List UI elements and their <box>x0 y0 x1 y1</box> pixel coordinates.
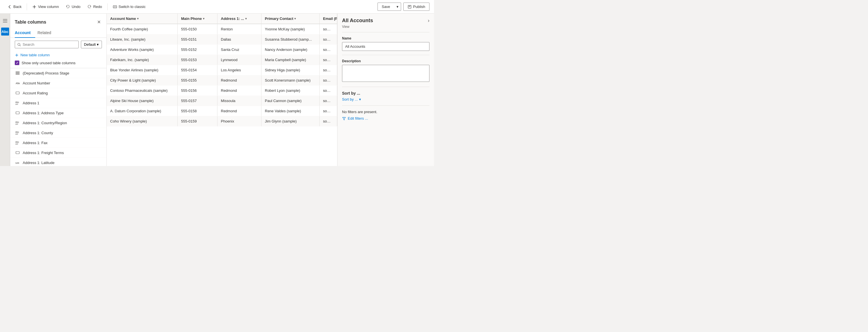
table-cell: Contoso Pharmaceuticals (sample) <box>107 86 178 95</box>
table-cell: Santa Cruz <box>217 45 261 55</box>
sort-dropdown[interactable]: Sort by ... ▾ <box>338 95 434 103</box>
view-column-button[interactable]: View column <box>29 3 62 11</box>
table-cell: Maria Campbell (sample) <box>261 55 320 65</box>
name-input[interactable] <box>342 42 430 51</box>
list-item[interactable]: Abcdef Address 1: County <box>10 128 106 138</box>
sort-label: Sort by ... <box>342 91 360 95</box>
show-unused-checkbox[interactable] <box>15 60 19 65</box>
default-dropdown[interactable]: Default ▾ <box>81 40 102 48</box>
table-row[interactable]: City Power & Light (sample)555-0155Redmo… <box>107 75 337 86</box>
table-cell: Missoula <box>217 96 261 106</box>
list-item[interactable]: Abcdef Address 1 <box>10 98 106 108</box>
name-section: Name <box>338 32 434 55</box>
abcdef-icon: Abcdef <box>15 101 21 105</box>
save-group: Save ▾ <box>377 3 401 11</box>
table-row[interactable]: Blue Yonder Airlines (sample)555-0154Los… <box>107 65 337 75</box>
left-panel: Table columns ✕ Account Related Default … <box>10 13 107 166</box>
list-item[interactable]: Address 1: Address Type <box>10 108 106 118</box>
sort-header: Sort by ... <box>338 87 434 95</box>
list-item[interactable]: Abcdef Address 1: Fax <box>10 138 106 148</box>
search-input[interactable] <box>23 43 76 47</box>
show-unused-row: Show only unused table columns <box>10 59 106 68</box>
back-icon <box>7 4 12 9</box>
right-panel: All Accounts › View Name Description Sor… <box>338 13 434 166</box>
abc-icon-active: Abc <box>1 28 9 35</box>
svg-text:Abc: Abc <box>15 141 19 143</box>
table-row[interactable]: Coho Winery (sample)555-0159PhoenixJim G… <box>107 116 337 127</box>
table-cell: someone_b@example.com <box>320 34 337 44</box>
table-cell: someone_g@example.com <box>320 86 337 95</box>
redo-button[interactable]: Redo <box>84 3 105 11</box>
right-panel-expand-button[interactable]: › <box>428 18 430 24</box>
table-cell: Yvonne McKay (sample) <box>261 24 320 34</box>
hamburger-button[interactable] <box>0 16 10 26</box>
table-cell: Scott Konersmann (sample) <box>261 75 320 85</box>
close-panel-button[interactable]: ✕ <box>96 18 102 26</box>
col-header-email[interactable]: Email (Primary Co... ▾ <box>320 13 337 24</box>
table-row[interactable]: Litware, Inc. (sample)555-0151DallasSusa… <box>107 34 337 45</box>
right-panel-header: All Accounts › <box>338 13 434 25</box>
main-layout: Abc Table columns ✕ Account Related <box>0 13 434 166</box>
table-cell: Lynnwood <box>217 55 261 65</box>
svg-rect-7 <box>16 92 19 94</box>
table-row[interactable]: Contoso Pharmaceuticals (sample)555-0156… <box>107 86 337 96</box>
publish-icon <box>408 5 411 9</box>
list-item[interactable]: (Deprecated) Process Stage <box>10 68 106 78</box>
svg-rect-17 <box>16 151 19 154</box>
table-cell: Redmond <box>217 86 261 95</box>
table-cell: Coho Winery (sample) <box>107 116 178 126</box>
tab-related[interactable]: Related <box>37 28 56 38</box>
table-row[interactable]: Fourth Coffee (sample)555-0150RentonYvon… <box>107 24 337 34</box>
table-cell: Redmond <box>217 106 261 116</box>
publish-button[interactable]: Publish <box>403 3 430 11</box>
col-header-address[interactable]: Address 1: ... ▾ <box>217 13 261 24</box>
table-row[interactable]: Fabrikam, Inc. (sample)555-0153LynnwoodM… <box>107 55 337 65</box>
tab-account[interactable]: Account <box>15 28 35 38</box>
table-row[interactable]: A. Datum Corporation (sample)555-0158Red… <box>107 106 337 116</box>
svg-text:def: def <box>15 143 18 145</box>
svg-text:Abc: Abc <box>16 82 20 85</box>
description-textarea[interactable] <box>342 65 430 82</box>
undo-button[interactable]: Undo <box>63 3 83 11</box>
table-cell: someone_a@example.com <box>320 24 337 34</box>
rect-icon3 <box>15 150 21 155</box>
edit-filters-button[interactable]: Edit filters ... <box>338 115 434 122</box>
save-button[interactable]: Save <box>378 3 394 10</box>
col-header-account-name[interactable]: Account Name ▾ <box>107 13 178 24</box>
separator2 <box>107 3 107 10</box>
col-header-main-phone[interactable]: Main Phone ▾ <box>178 13 217 24</box>
table-cell: Los Angeles <box>217 65 261 75</box>
table-cell: 555-0154 <box>178 65 217 75</box>
list-item[interactable]: Abc Account Number <box>10 78 106 88</box>
new-column-button[interactable]: New table column <box>10 51 106 59</box>
col-header-primary-contact[interactable]: Primary Contact ▾ <box>261 13 320 24</box>
svg-text:123: 123 <box>15 162 19 164</box>
hamburger-icon <box>3 18 8 23</box>
table-row[interactable]: Alpine Ski House (sample)555-0157Missoul… <box>107 96 337 106</box>
table-cell: Renton <box>217 24 261 34</box>
table-row[interactable]: Adventure Works (sample)555-0152Santa Cr… <box>107 45 337 55</box>
list-item[interactable]: Address 1: Freight Terms <box>10 148 106 158</box>
list-item[interactable]: Abcdef Address 1: Country/Region <box>10 118 106 128</box>
save-caret-button[interactable]: ▾ <box>394 3 401 10</box>
back-button[interactable]: Back <box>4 3 24 11</box>
table-cell: Nancy Anderson (sample) <box>261 45 320 55</box>
table-cell: Rene Valdes (sample) <box>261 106 320 116</box>
sort-arrow4: ▾ <box>294 17 296 20</box>
plus-icon <box>32 4 37 9</box>
column-list: (Deprecated) Process Stage Abc Account N… <box>10 68 106 166</box>
search-icon <box>17 43 21 47</box>
tabs: Account Related <box>10 28 106 38</box>
right-panel-view-label: View <box>338 25 434 32</box>
list-item[interactable]: Account Rating <box>10 88 106 98</box>
chevron-down-icon: ▾ <box>97 43 99 47</box>
switch-classic-button[interactable]: Switch to classic <box>110 3 149 11</box>
abc-icon: Abc <box>15 81 21 85</box>
table-cell: 555-0156 <box>178 86 217 95</box>
list-item[interactable]: 123 Address 1: Latitude <box>10 158 106 166</box>
right-panel-title: All Accounts <box>342 18 373 24</box>
name-label: Name <box>342 36 430 40</box>
table-cell: Litware, Inc. (sample) <box>107 34 178 44</box>
table-cell: Blue Yonder Airlines (sample) <box>107 65 178 75</box>
table-cell: 555-0150 <box>178 24 217 34</box>
